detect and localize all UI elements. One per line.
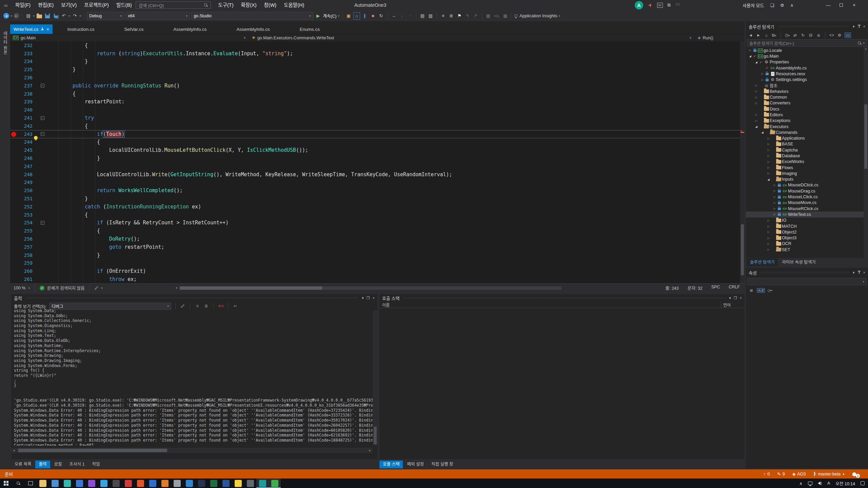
taskbar-search-icon[interactable] — [12, 479, 24, 488]
code-line[interactable]: 237–public override RunningStatus Run() — [10, 82, 745, 90]
expanded-arrow-icon[interactable]: ◢ — [760, 131, 765, 134]
code-line[interactable]: 245LocalUIControlLib.MouseLeftButtonClic… — [10, 146, 745, 154]
app-orange-2[interactable] — [159, 479, 171, 488]
diagnostics-home-icon[interactable]: ⌂ — [353, 12, 360, 20]
save-icon[interactable] — [44, 12, 51, 20]
step-over-icon[interactable]: → — [390, 12, 397, 20]
repository-indicator[interactable]: ◈AO3 — [792, 471, 806, 476]
tree-item-object2[interactable]: ▷Object2 — [746, 229, 868, 235]
app-insights-label[interactable]: Application Insights — [519, 13, 557, 18]
scroll-up-icon[interactable]: ▲ — [865, 47, 867, 50]
code-line[interactable]: 256DoRetry(); — [10, 235, 745, 243]
app-navy[interactable] — [195, 479, 208, 488]
collapsed-arrow-icon[interactable]: ▷ — [754, 113, 758, 116]
tree-item-mouserclick-cs[interactable]: ▷C#MouseRClick.cs — [746, 206, 868, 211]
undo-icon[interactable]: ↶ — [60, 12, 67, 20]
solution-explorer-search[interactable]: 솔루션 탐색기 검색(Ctrl+;) ▾ — [747, 39, 867, 47]
code-line[interactable]: 239restartPoint: — [10, 98, 745, 106]
explorer-tab[interactable]: 솔루션 탐색기 — [747, 258, 778, 266]
collapsed-arrow-icon[interactable]: ▷ — [754, 84, 758, 87]
export-window-icon[interactable]: ⧉ — [668, 2, 671, 8]
comment-icon[interactable]: ▤ — [419, 12, 426, 20]
breakpoint-margin[interactable] — [10, 154, 18, 162]
collapsed-arrow-icon[interactable]: ▷ — [766, 248, 771, 251]
code-line[interactable]: 246} — [10, 154, 745, 162]
tray-chevron-up-icon[interactable]: ∧ — [799, 481, 802, 486]
code-line[interactable]: 232{ — [10, 41, 745, 49]
chevron-down-icon[interactable]: ▾ — [729, 296, 731, 300]
menu-item[interactable]: 보기(V) — [57, 0, 80, 10]
next-message-icon[interactable]: ≣ — [203, 304, 209, 308]
tree-item-object3[interactable]: ▷Object3 — [746, 235, 868, 241]
breakpoint-margin[interactable] — [10, 114, 18, 122]
tree-item-mousedclick-cs[interactable]: ▷C#MouseDClick.cs — [746, 182, 868, 188]
breakpoint-margin[interactable] — [10, 179, 18, 187]
back-icon[interactable]: ◄ — [748, 33, 753, 38]
code-line[interactable]: 244{ — [10, 138, 745, 146]
hot-reload-icon[interactable]: ▣ — [345, 12, 352, 20]
menu-item[interactable]: 확장(X) — [237, 0, 260, 10]
sync-with-active-document-icon[interactable]: ⇄ — [792, 33, 798, 38]
code-line[interactable]: 257goto restartPoint; — [10, 243, 745, 251]
breakpoint-margin[interactable] — [10, 251, 18, 259]
step-into-icon[interactable]: ↓ — [398, 12, 405, 20]
app-visual-studio[interactable] — [85, 479, 98, 488]
chevron-down-icon[interactable]: ▾ — [853, 270, 855, 275]
prev-message-icon[interactable]: ≡ — [194, 304, 200, 308]
tree-item-exceptions[interactable]: ▷Exceptions — [746, 118, 868, 124]
navigate-forward-icon[interactable]: ► — [14, 13, 19, 19]
code-line[interactable]: 236 — [10, 74, 745, 82]
breakpoint-margin[interactable] — [10, 186, 18, 195]
prev-bookmark-icon[interactable]: ↰ — [464, 12, 471, 20]
fold-margin[interactable]: – — [39, 132, 45, 136]
outdent-icon[interactable]: ≣ — [448, 12, 455, 20]
collapsed-arrow-icon[interactable]: ▷ — [766, 166, 771, 169]
collapsed-arrow-icon[interactable]: ▷ — [760, 72, 765, 75]
code-line[interactable]: 233return (string)ExecutorUtils.Instance… — [10, 49, 745, 58]
properties-icon[interactable]: ⚙ — [837, 33, 842, 38]
code-line[interactable]: 259 — [10, 259, 745, 267]
panel-tab[interactable]: 직접 실행 창 — [428, 461, 456, 468]
automate-logo-icon[interactable]: A — [635, 1, 643, 9]
document-tab[interactable]: Instruction.cs — [53, 24, 110, 34]
pending-changes-filter-icon[interactable]: ◷▾ — [785, 33, 790, 38]
collapsed-arrow-icon[interactable]: ▷ — [754, 96, 758, 99]
breakpoint-margin[interactable] — [10, 203, 18, 211]
tree-item-captcha[interactable]: ▷Captcha — [746, 147, 868, 153]
code-line[interactable]: 255{ — [10, 227, 745, 235]
collapsed-arrow-icon[interactable]: ▷ — [772, 196, 777, 199]
breakpoint-margin[interactable] — [10, 211, 18, 219]
refresh-icon[interactable]: ↻ — [800, 33, 806, 38]
collapsed-arrow-icon[interactable]: ▷ — [766, 154, 771, 157]
breakpoint-margin[interactable] — [10, 41, 18, 49]
menu-item[interactable]: 도움말(H) — [280, 0, 308, 10]
code-line[interactable]: 252catch (InstructionRunningException ex… — [10, 203, 745, 211]
categorized-icon[interactable]: ⊞ — [749, 288, 754, 293]
breakpoint-margin[interactable] — [10, 106, 18, 114]
branch-indicator[interactable]: master-beta▲ — [813, 472, 845, 476]
app-green-active[interactable] — [269, 479, 281, 488]
tree-item-settings-settings[interactable]: ▷⚙Settings.settings — [746, 77, 868, 82]
panel-tab[interactable]: 로컬 — [51, 461, 65, 468]
code-line[interactable]: 235} — [10, 65, 745, 74]
output-text[interactable]: using System.Data;using System.Data.Odbc… — [11, 308, 373, 446]
notifications-indicator[interactable]: 2 — [852, 472, 862, 476]
cursor-pointer-icon[interactable]: ➤ — [646, 2, 654, 8]
restart-debug-icon[interactable]: ↻ — [378, 12, 384, 20]
collapsed-arrow-icon[interactable]: ▷ — [754, 119, 758, 122]
open-file-icon[interactable] — [36, 12, 43, 20]
chevron-down-icon[interactable]: ▾ — [362, 296, 364, 300]
chevron-up-icon[interactable]: ∧ — [790, 3, 794, 8]
solution-explorer-title-bar[interactable]: 솔루션 탐색기 ▾ × — [746, 22, 868, 31]
column-language[interactable]: 언어 — [721, 302, 745, 308]
pending-edits-indicator[interactable]: ✎9 — [777, 471, 785, 476]
scroll-right-icon[interactable]: ► — [367, 449, 373, 452]
app-blue-1[interactable] — [73, 479, 85, 488]
startup-project-dropdown[interactable]: go.Studio▾ — [191, 12, 313, 20]
expanded-arrow-icon[interactable]: ◢ — [754, 61, 758, 64]
next-bookmark-icon[interactable]: ↱ — [472, 12, 479, 20]
app-vscode[interactable] — [98, 479, 110, 488]
tree-item-mouselclick-cs[interactable]: ▷C#MouseLClick.cs — [746, 194, 868, 200]
properties-title-bar[interactable]: 속성 ▾ × — [746, 268, 868, 277]
tree-item-writetext-cs[interactable]: ▷C#WriteText.cs — [746, 211, 868, 217]
